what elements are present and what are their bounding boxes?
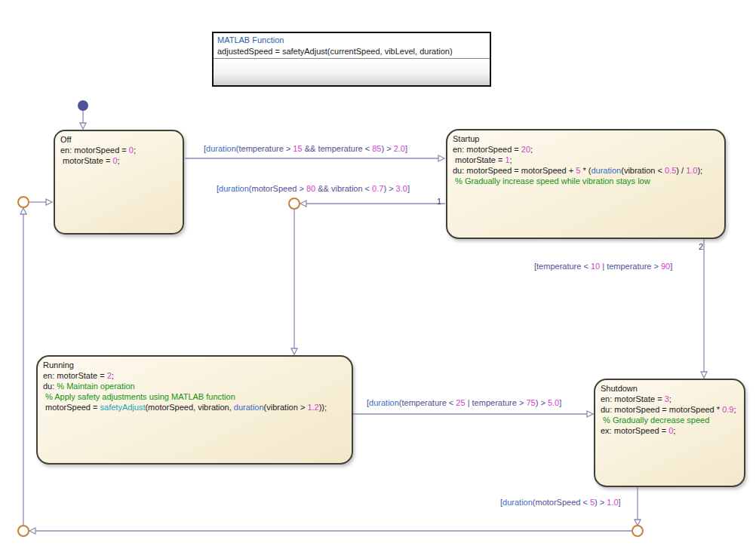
transition-label-startup-to-running[interactable]: [duration(motorSpeed > 80 && vibration <… — [217, 184, 410, 194]
state-shutdown[interactable]: Shutdown en: motorState = 3;du: motorSpe… — [594, 379, 745, 487]
default-transition[interactable] — [80, 111, 86, 129]
transition-priority-startup-to-shutdown[interactable]: 2 — [699, 242, 703, 251]
transition-startup-to-shutdown[interactable] — [701, 239, 707, 378]
transition-running-to-shutdown[interactable] — [353, 411, 593, 417]
state-shutdown-name: Shutdown — [601, 383, 739, 394]
state-off[interactable]: Off en: motorSpeed = 0; motorState = 0; — [54, 130, 184, 235]
initial-state-dot[interactable] — [78, 100, 88, 111]
state-off-name: Off — [60, 134, 177, 145]
state-running-code: en: motorState = 2;du: % Maintain operat… — [43, 370, 346, 412]
state-shutdown-code: en: motorState = 3;du: motorSpeed = moto… — [601, 394, 739, 436]
state-off-code: en: motorSpeed = 0; motorState = 0; — [60, 145, 177, 166]
state-startup[interactable]: Startup en: motorSpeed = 20; motorState … — [446, 129, 726, 239]
transition-priority-startup-to-running[interactable]: 1 — [437, 197, 441, 206]
transition-label-startup-to-shutdown[interactable]: [temperature < 10 | temperature > 90] — [534, 262, 672, 271]
transition-label-shutdown-to-off[interactable]: [duration(motorSpeed < 5) > 1.0] — [500, 498, 621, 508]
transition-startup-to-running[interactable] — [291, 201, 445, 354]
matlab-function-header: MATLAB Function adjustedSpeed = safetyAd… — [214, 33, 490, 58]
stateflow-canvas: MATLAB Function adjustedSpeed = safetyAd… — [0, 0, 756, 552]
transition-label-running-to-shutdown[interactable]: [duration(temperature < 25 | temperature… — [367, 398, 561, 408]
matlab-function-body — [214, 59, 490, 85]
junction-left-top[interactable] — [18, 197, 29, 207]
junction-left-bottom[interactable] — [18, 526, 29, 536]
state-running[interactable]: Running en: motorState = 2;du: % Maintai… — [36, 355, 353, 465]
transition-label-off-to-startup[interactable]: [duration(temperature > 15 && temperatur… — [204, 144, 407, 154]
state-running-name: Running — [43, 360, 346, 370]
matlab-function-title: MATLAB Function — [217, 35, 486, 46]
state-startup-name: Startup — [453, 133, 719, 144]
junction-startup-running[interactable] — [289, 198, 300, 209]
matlab-function-block[interactable]: MATLAB Function adjustedSpeed = safetyAd… — [212, 32, 491, 87]
matlab-function-signature: adjustedSpeed = safetyAdjust(currentSpee… — [217, 46, 486, 57]
transition-off-to-startup[interactable] — [185, 155, 444, 161]
state-startup-code: en: motorSpeed = 20; motorState = 1;du: … — [453, 144, 719, 186]
junction-shutdown-bottom[interactable] — [632, 526, 643, 536]
